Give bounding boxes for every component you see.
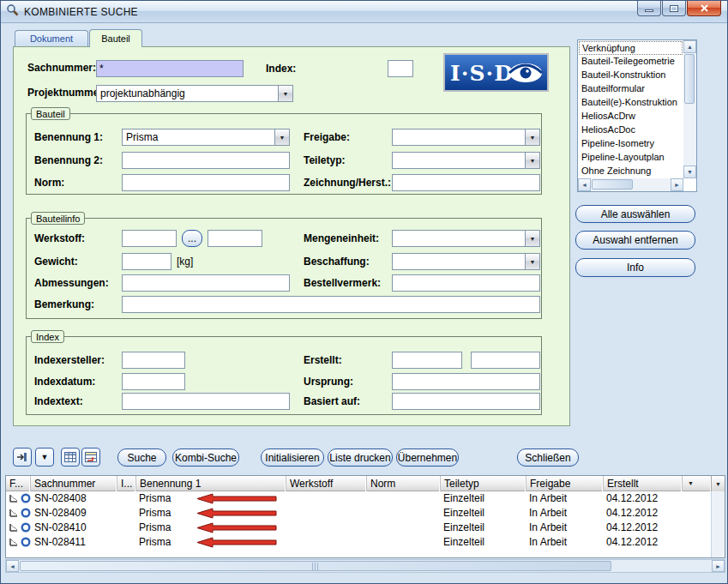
scroll-up-icon[interactable]: ▲ — [683, 40, 696, 53]
list-item[interactable]: HeliosAcDrw — [579, 110, 683, 123]
indexersteller-input[interactable] — [122, 352, 185, 369]
chevron-down-icon[interactable]: ▼ — [274, 129, 289, 145]
list-item[interactable]: Pipeline-Layoutplan — [579, 151, 683, 165]
list-item[interactable]: Verknüpfung — [579, 41, 683, 55]
projektnummer-label: Projektnummer: — [27, 87, 106, 99]
list-item[interactable]: Ohne Zeichnung — [579, 165, 683, 178]
sachnummer-input[interactable] — [96, 60, 244, 77]
kombi-suche-button[interactable]: Kombi-Suche — [172, 449, 239, 467]
list-vertical-scrollbar[interactable]: ▲ ▼ — [683, 40, 696, 178]
abmessungen-input[interactable] — [122, 274, 290, 292]
close-button[interactable] — [687, 1, 721, 16]
bauteilinfo-group-title: Bauteilinfo — [31, 212, 85, 225]
column-header-teiletyp[interactable]: Teiletyp — [441, 476, 526, 491]
chevron-down-icon[interactable]: ▼ — [525, 254, 539, 269]
annotation-arrow — [196, 537, 277, 548]
column-header-erstellt[interactable]: Erstellt — [604, 476, 683, 491]
list-item[interactable]: HeliosAcDoc — [579, 123, 683, 137]
chevron-down-icon[interactable]: ▼ — [525, 231, 539, 246]
table-row[interactable]: SN-028408 Prisma Einzelteil In Arbeit 04… — [6, 491, 709, 506]
erstellt-bis-input[interactable] — [471, 352, 540, 369]
column-header-index[interactable]: I... — [117, 476, 136, 491]
titlebar[interactable]: KOMBINIERTE SUCHE — [1, 1, 727, 23]
pin-button[interactable] — [13, 448, 32, 467]
table-vertical-scrollbar[interactable] — [711, 491, 725, 557]
column-header-sachnummer[interactable]: Sachnummer — [31, 476, 117, 491]
chevron-down-icon[interactable]: ▼ — [278, 86, 292, 101]
scroll-right-icon[interactable]: ► — [712, 560, 725, 572]
werkstoff-input[interactable] — [122, 230, 177, 247]
scroll-right-icon[interactable]: ► — [671, 178, 683, 191]
projektnummer-combobox[interactable]: projektunabhängig ▼ — [96, 85, 293, 102]
gewicht-label: Gewicht: — [34, 256, 78, 268]
schliessen-button[interactable]: Schließen — [517, 449, 579, 467]
column-header-werkstoff[interactable]: Werkstoff — [286, 476, 367, 491]
refresh-list-button[interactable] — [81, 448, 100, 467]
erstellt-von-input[interactable] — [392, 352, 462, 369]
list-horizontal-scrollbar[interactable]: ◄ ► — [578, 178, 683, 191]
chevron-down-icon[interactable]: ▼ — [525, 153, 539, 168]
gewicht-input[interactable] — [122, 253, 171, 270]
minimize-button[interactable] — [637, 1, 661, 16]
workflow-icon — [21, 537, 31, 550]
tab-bauteil[interactable]: Bauteil — [89, 29, 142, 47]
grid-view-button[interactable] — [61, 448, 80, 467]
filter-button[interactable]: ▼ — [35, 448, 54, 467]
column-header-freigabe[interactable]: Freigabe — [526, 476, 604, 491]
benennung1-combobox[interactable]: Prisma ▼ — [122, 129, 290, 146]
scrollbar-thumb[interactable] — [592, 179, 633, 190]
teiletyp-combobox[interactable]: ▼ — [392, 152, 540, 169]
ursprung-input[interactable] — [392, 373, 540, 390]
uebernehmen-button[interactable]: Übernehmen — [396, 449, 459, 467]
suche-button[interactable]: Suche — [117, 449, 166, 467]
bauteil-group-title: Bauteil — [31, 107, 70, 120]
basiert-auf-input[interactable] — [392, 393, 540, 410]
status-icon — [9, 537, 19, 550]
list-item[interactable]: Bauteil-Konstruktion — [579, 69, 683, 82]
list-item[interactable]: Bauteil-Teilegeometrie — [579, 55, 683, 69]
scroll-left-icon[interactable]: ◄ — [6, 560, 19, 572]
norm-input[interactable] — [122, 174, 290, 191]
deselect-button[interactable]: Auswahl entfernen — [575, 231, 695, 250]
bestellvermerk-input[interactable] — [392, 274, 540, 292]
table-row[interactable]: SN-028411 Prisma Einzelteil In Arbeit 04… — [6, 535, 709, 550]
select-all-button[interactable]: Alle auswählen — [575, 205, 695, 223]
benennung2-input[interactable] — [122, 152, 290, 169]
indexdatum-input[interactable] — [122, 373, 185, 390]
mengeneinheit-combobox[interactable]: ▼ — [392, 230, 540, 247]
bestellvermerk-label: Bestellvermerk: — [304, 277, 381, 289]
tab-dokument[interactable]: Dokument — [15, 30, 88, 46]
column-header-norm[interactable]: Norm — [367, 476, 441, 491]
zeichnung-herst-input[interactable] — [392, 174, 540, 191]
column-header-f[interactable]: F... — [6, 476, 31, 491]
info-button[interactable]: Info — [575, 258, 695, 277]
freigabe-combobox[interactable]: ▼ — [392, 129, 540, 146]
list-item[interactable]: Bauteil(e)-Konstruktion — [579, 96, 683, 110]
scroll-down-icon[interactable]: ▼ — [683, 166, 696, 178]
bemerkung-input[interactable] — [122, 296, 540, 313]
beschaffung-combobox[interactable]: ▼ — [392, 253, 540, 270]
index-input[interactable] — [388, 60, 413, 77]
list-item[interactable]: Bauteilformular — [579, 82, 683, 96]
column-header-benennung1[interactable]: Benennung 1 — [136, 476, 286, 491]
maximize-button[interactable] — [662, 1, 686, 16]
table-row[interactable]: SN-028410 Prisma Einzelteil In Arbeit 04… — [6, 521, 709, 535]
indextext-input[interactable] — [122, 393, 290, 410]
isd-logo: I·S·D — [443, 53, 549, 92]
table-row[interactable]: SN-028409 Prisma Einzelteil In Arbeit 04… — [6, 506, 709, 521]
chevron-down-icon[interactable]: ▼ — [525, 129, 539, 145]
scroll-left-icon[interactable]: ◄ — [578, 178, 591, 191]
scrollbar-thumb[interactable] — [20, 561, 611, 571]
list-item[interactable]: Pipeline-Isometry — [579, 137, 683, 151]
liste-drucken-button[interactable]: Liste drucken — [328, 449, 393, 467]
table-horizontal-scrollbar[interactable]: ◄ ► — [5, 559, 725, 573]
initialisieren-button[interactable]: Initialisieren — [261, 449, 324, 467]
abmessungen-label: Abmessungen: — [34, 277, 109, 289]
status-icon — [9, 508, 19, 521]
column-chooser-button[interactable]: ▼ — [711, 476, 725, 491]
werkstoff-browse-button[interactable]: ... — [182, 230, 202, 247]
verknuepfung-listbox[interactable]: Verknüpfung Bauteil-Teilegeometrie Baute… — [577, 39, 697, 192]
sort-indicator-icon[interactable]: ▼ — [688, 480, 694, 486]
scrollbar-thumb[interactable] — [684, 54, 695, 104]
werkstoff-input-2[interactable] — [208, 230, 262, 247]
